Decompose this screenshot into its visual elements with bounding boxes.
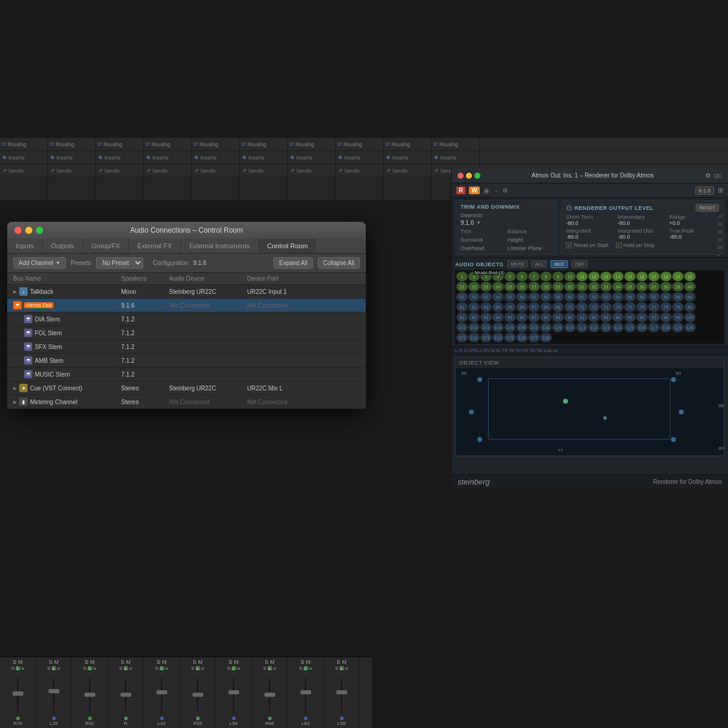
object-cell-37[interactable]: 37	[648, 282, 660, 291]
close-button[interactable]	[14, 227, 22, 234]
object-cell-90[interactable]: 90	[564, 312, 576, 322]
object-cell-109[interactable]: 109	[552, 323, 564, 332]
object-cell-99[interactable]: 99	[672, 312, 684, 322]
sends-cell-8[interactable]: ↗ Sends	[336, 164, 384, 177]
object-cell-64[interactable]: 64	[492, 302, 504, 312]
hold-on-stop-cb[interactable]: ✓ Hold on Stop	[616, 242, 655, 248]
object-cell-95[interactable]: 95	[624, 312, 636, 322]
object-cell-27[interactable]: 27	[528, 282, 540, 291]
routing-cell-3[interactable]: C Routing	[96, 138, 144, 151]
collapse-all-button[interactable]: Collapse All	[318, 257, 360, 269]
object-cell-22[interactable]: 22	[468, 282, 480, 291]
table-row[interactable]: ▶ ★ Cue (VST Connect) Stereo Steinberg U…	[7, 381, 366, 395]
table-row[interactable]: ⬒ DIA Stem 7.1.2	[7, 312, 366, 326]
routing-cell-7[interactable]: C Routing	[288, 138, 336, 151]
object-cell-74[interactable]: 74	[612, 302, 624, 312]
object-cell-59[interactable]: 59	[672, 292, 684, 302]
object-cell-25[interactable]: 25	[504, 282, 516, 291]
object-cell-112[interactable]: 112	[588, 323, 600, 332]
object-cell-42[interactable]: 42	[468, 292, 480, 302]
object-cell-30[interactable]: 30	[564, 282, 576, 291]
routing-cell-2[interactable]: C Routing	[48, 138, 96, 151]
object-cell-46[interactable]: 46	[516, 292, 528, 302]
object-cell-106[interactable]: 106	[516, 323, 528, 332]
object-cell-73[interactable]: 73	[600, 302, 612, 312]
object-cell-80[interactable]: 80	[684, 302, 696, 312]
sends-cell-4[interactable]: ↗ Sends	[144, 164, 192, 177]
object-cell-69[interactable]: 69	[552, 302, 564, 312]
downmix-dropdown-icon[interactable]: ▼	[476, 220, 481, 225]
settings-icon[interactable]: ⊞	[718, 186, 723, 194]
object-cell-41[interactable]: 41	[456, 292, 468, 302]
object-cell-119[interactable]: 119	[672, 323, 684, 332]
object-cell-26[interactable]: 26	[516, 282, 528, 291]
object-cell-48[interactable]: 48	[540, 292, 552, 302]
object-cell-72[interactable]: 72	[588, 302, 600, 312]
object-cell-128[interactable]: 128	[540, 333, 552, 342]
object-cell-127[interactable]: 127	[528, 333, 540, 342]
routing-cell-9[interactable]: C Routing	[384, 138, 432, 151]
object-cell-103[interactable]: 103	[480, 323, 492, 332]
object-cell-15[interactable]: 15	[624, 272, 636, 281]
object-cell-79[interactable]: 79	[672, 302, 684, 312]
object-cell-65[interactable]: 65	[504, 302, 516, 312]
tab-control-room[interactable]: Control Room	[259, 239, 317, 253]
object-cell-116[interactable]: 116	[636, 323, 648, 332]
r-button[interactable]: R	[456, 186, 465, 194]
object-cell-36[interactable]: 36	[636, 282, 648, 291]
object-cell-125[interactable]: 125	[504, 333, 516, 342]
table-row[interactable]: ▶ ▮ Metering Channel Stereo Not Connecte…	[7, 395, 366, 409]
object-cell-101[interactable]: 101	[456, 323, 468, 332]
maximize-button[interactable]	[36, 227, 43, 234]
object-cell-11[interactable]: 11	[576, 272, 588, 281]
object-cell-10[interactable]: 10	[564, 272, 576, 281]
object-cell-9[interactable]: 9	[552, 272, 564, 281]
object-cell-28[interactable]: 28	[540, 282, 552, 291]
object-cell-33[interactable]: 33	[600, 282, 612, 291]
object-cell-43[interactable]: 43	[480, 292, 492, 302]
object-cell-39[interactable]: 39	[672, 282, 684, 291]
object-cell-61[interactable]: 61	[456, 302, 468, 312]
sends-cell-7[interactable]: ↗ Sends	[288, 164, 336, 177]
object-cell-100[interactable]: 100	[684, 312, 696, 322]
object-cell-17[interactable]: 17	[648, 272, 660, 281]
object-cell-111[interactable]: 111	[576, 323, 588, 332]
sends-cell-3[interactable]: ↗ Sends	[96, 164, 144, 177]
object-cell-70[interactable]: 70	[564, 302, 576, 312]
inserts-cell-9[interactable]: ⊕ Inserts	[384, 151, 432, 164]
table-row[interactable]: ⬒ MUSIC Stem 7.1.2	[7, 368, 366, 381]
object-cell-115[interactable]: 115	[624, 323, 636, 332]
object-cell-18[interactable]: 18	[660, 272, 672, 281]
object-cell-83[interactable]: 83	[480, 312, 492, 322]
table-row[interactable]: ⬒ FOL Stem 7.1.2	[7, 326, 366, 340]
object-cell-124[interactable]: 124	[492, 333, 504, 342]
object-cell-31[interactable]: 31	[576, 282, 588, 291]
inserts-cell-2[interactable]: ⊕ Inserts	[48, 151, 96, 164]
object-cell-45[interactable]: 45	[504, 292, 516, 302]
object-cell-57[interactable]: 57	[648, 292, 660, 302]
routing-cell-6[interactable]: C Routing	[240, 138, 288, 151]
object-cell-126[interactable]: 126	[516, 333, 528, 342]
object-cell-77[interactable]: 77	[648, 302, 660, 312]
object-cell-12[interactable]: 12	[588, 272, 600, 281]
inserts-cell-3[interactable]: ⊕ Inserts	[96, 151, 144, 164]
tab-outputs[interactable]: Outputs	[43, 239, 83, 253]
routing-cell-10[interactable]: C Routing	[432, 138, 480, 151]
object-cell-38[interactable]: 38	[660, 282, 672, 291]
object-cell-32[interactable]: 32	[588, 282, 600, 291]
object-cell-82[interactable]: 82	[468, 312, 480, 322]
object-cell-75[interactable]: 75	[624, 302, 636, 312]
object-cell-24[interactable]: 24	[492, 282, 504, 291]
object-cell-121[interactable]: 121	[456, 333, 468, 342]
object-cell-76[interactable]: 76	[636, 302, 648, 312]
object-cell-94[interactable]: 94	[612, 312, 624, 322]
table-row[interactable]: ⬒ AMB Stem 7.1.2	[7, 354, 366, 368]
object-cell-1[interactable]: 1	[456, 272, 468, 281]
object-cell-58[interactable]: 58	[660, 292, 672, 302]
object-cell-47[interactable]: 47	[528, 292, 540, 302]
object-cell-108[interactable]: 108	[540, 323, 552, 332]
table-row[interactable]: ⬒ SFX Stem 7.1.2	[7, 340, 366, 354]
object-cell-117[interactable]: 117	[648, 323, 660, 332]
routing-cell-8[interactable]: C Routing	[336, 138, 384, 151]
object-cell-89[interactable]: 89	[552, 312, 564, 322]
